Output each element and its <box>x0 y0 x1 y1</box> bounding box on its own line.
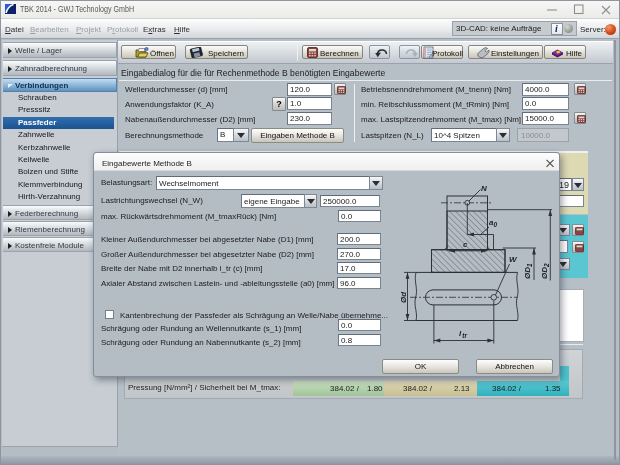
svg-text:Ød: Ød <box>399 291 408 303</box>
svg-text:ltr: ltr <box>459 329 467 339</box>
svg-text:a0: a0 <box>489 218 497 228</box>
svg-text:ØD1: ØD1 <box>523 263 533 279</box>
svg-text:ØD2: ØD2 <box>540 263 550 279</box>
svg-text:N: N <box>481 184 487 193</box>
svg-text:W: W <box>509 255 518 264</box>
svg-text:c: c <box>463 240 468 249</box>
